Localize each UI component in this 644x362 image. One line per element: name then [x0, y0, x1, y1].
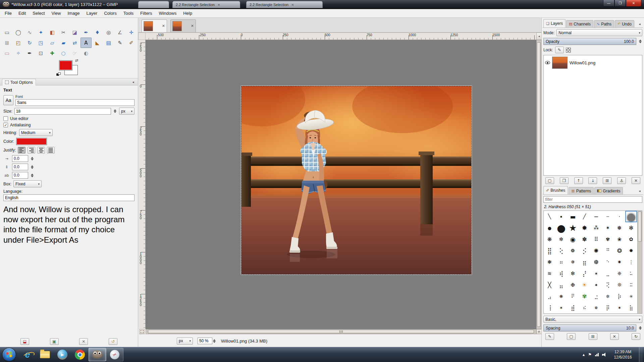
justify-fill-button[interactable]	[47, 147, 55, 154]
dock-menu-icon[interactable]: ◂	[637, 189, 642, 193]
close-icon[interactable]: ✕	[162, 24, 165, 28]
zoom-control[interactable]	[198, 338, 216, 344]
vertical-ruler[interactable]: 250025050075010001250	[138, 40, 146, 329]
menu-edit[interactable]: Edit	[15, 9, 29, 17]
use-editor-checkbox[interactable]	[3, 116, 8, 121]
windows-explorer-button[interactable]	[36, 348, 54, 361]
tool-shear[interactable]: ▱	[47, 38, 58, 48]
tool-flip[interactable]: ⇄	[69, 38, 80, 48]
tool-zoom[interactable]: ◎	[103, 27, 114, 38]
tool-measure[interactable]: ∠	[114, 27, 126, 38]
snipping-tool-button[interactable]: ✂	[106, 348, 123, 361]
tab-undo[interactable]: ↶Undo	[615, 20, 634, 27]
tool-perspective[interactable]: ▰	[58, 38, 69, 48]
brush-item[interactable]: ✻	[625, 222, 637, 234]
tool-pencil[interactable]: ✎	[114, 38, 126, 48]
close-icon[interactable]: ✕	[217, 3, 220, 7]
tab-paths[interactable]: ∿Paths	[594, 20, 614, 27]
canvas-image[interactable]	[241, 86, 472, 275]
spacing-slider[interactable]: Spacing 10.0	[543, 324, 636, 331]
close-icon[interactable]: ✕	[191, 24, 194, 28]
letter-spacing-spinner[interactable]	[30, 174, 34, 177]
brush-item[interactable]: ⡜	[579, 268, 590, 279]
minimize-button[interactable]: —	[603, 0, 614, 7]
restore-preset-button[interactable]: ▣	[50, 338, 59, 345]
tool-rect-select[interactable]: ▭	[1, 27, 13, 38]
background-window-tab[interactable]	[138, 1, 169, 8]
background-window-tab[interactable]: 2.2 Rectangle Selection ✕	[246, 1, 323, 8]
tool-dodge-burn[interactable]: ◐	[80, 48, 92, 58]
brush-item[interactable]: ✷	[614, 256, 626, 268]
tool-eraser[interactable]: ▭	[1, 48, 13, 58]
brush-item[interactable]: ★	[567, 222, 579, 234]
swap-colors-icon[interactable]: ⇄	[75, 58, 78, 63]
delete-layer-button[interactable]: ✕	[632, 177, 640, 184]
vertical-scrollbar[interactable]	[536, 40, 541, 329]
brush-item[interactable]: ✳	[625, 291, 637, 302]
brush-item[interactable]: ●	[555, 222, 567, 234]
brush-item[interactable]: ✸	[579, 222, 590, 234]
text-color-button[interactable]	[16, 138, 47, 145]
tool-rotate[interactable]: ↻	[24, 38, 35, 48]
raise-layer-button[interactable]: ↑	[574, 177, 583, 184]
opacity-slider[interactable]: Opacity 100.0	[543, 38, 636, 45]
hinting-combo[interactable]: Medium ▾	[19, 129, 53, 136]
taskbar-clock[interactable]: 12:39 AM 12/6/2016	[610, 349, 636, 360]
size-unit-combo[interactable]: px ▾	[119, 108, 135, 115]
brush-item[interactable]: ┄	[602, 211, 614, 222]
layer-row[interactable]: Willow01.png	[544, 56, 641, 69]
indent-input[interactable]: 0.0	[12, 155, 28, 162]
letter-spacing-input[interactable]: 0.0	[12, 172, 28, 179]
brush-item[interactable]: ●	[544, 222, 555, 234]
menu-image[interactable]: Image	[64, 9, 83, 17]
foreground-color-swatch[interactable]	[59, 60, 72, 70]
opacity-spinner[interactable]	[638, 40, 642, 43]
brush-item[interactable]: ⣀	[602, 268, 614, 279]
spacing-spinner[interactable]	[638, 326, 642, 330]
volume-icon[interactable]	[602, 353, 607, 357]
brush-item[interactable]: ⣐	[590, 291, 602, 302]
tool-free-select[interactable]: ∿	[24, 27, 35, 38]
brush-item[interactable]: ❂	[614, 245, 626, 256]
save-preset-button[interactable]: ⬓	[20, 338, 29, 345]
tab-channels[interactable]: ▤Channels	[566, 20, 593, 27]
show-desktop-button[interactable]	[639, 347, 643, 362]
tab-layers[interactable]: ❏Layers	[543, 19, 566, 27]
lock-pixels-icon[interactable]: ✎	[555, 47, 564, 53]
brush-item[interactable]: ⣿	[544, 245, 555, 256]
box-combo[interactable]: Fixed ▾	[13, 180, 42, 187]
brush-item[interactable]: ❀	[614, 234, 626, 245]
default-colors-icon[interactable]	[56, 72, 61, 76]
tool-scale[interactable]: ◳	[35, 38, 47, 48]
brush-item[interactable]: ✦	[590, 279, 602, 291]
tool-move[interactable]: ✛	[125, 27, 137, 38]
tool-fuzzy-select[interactable]: ✦	[35, 27, 47, 38]
brush-item[interactable]: ⡿	[602, 302, 614, 313]
brush-item[interactable]: ⣠	[544, 291, 555, 302]
gimp-taskbar-button[interactable]	[89, 348, 106, 361]
tool-smudge[interactable]: ☞	[69, 48, 80, 58]
show-hidden-icons-icon[interactable]: ▲	[583, 353, 585, 356]
line-spacing-input[interactable]: 0.0	[12, 164, 28, 170]
background-window-tab[interactable]: 2.2 Rectangle Selection ✕	[172, 1, 240, 8]
lock-alpha-icon[interactable]	[566, 48, 571, 53]
action-center-icon[interactable]: ⚑	[588, 352, 592, 357]
brush-item[interactable]: ❈	[614, 268, 626, 279]
network-icon[interactable]	[595, 353, 599, 356]
dock-menu-icon[interactable]: ◂	[130, 80, 136, 84]
brush-item[interactable]: ❉	[567, 279, 579, 291]
tool-ink[interactable]: ✒	[24, 48, 35, 58]
horizontal-ruler[interactable]: -500-2500250500750100012501500	[146, 33, 536, 40]
dock-menu-icon[interactable]: ◂	[637, 22, 642, 26]
brush-item[interactable]: ✾	[602, 234, 614, 245]
brush-item[interactable]: ⠛	[602, 245, 614, 256]
line-spacing-spinner[interactable]	[30, 165, 34, 169]
brush-item[interactable]: ✿	[625, 234, 637, 245]
brush-item[interactable]: ❊	[614, 279, 626, 291]
tool-paintbrush[interactable]: ✐	[125, 38, 137, 48]
start-button[interactable]	[3, 348, 15, 361]
brush-item[interactable]: ⣤	[555, 279, 567, 291]
brush-item[interactable]: ⠮	[579, 302, 590, 313]
brush-item[interactable]: ⋮	[625, 256, 637, 268]
tool-bucket-fill[interactable]: ◣	[92, 38, 103, 48]
